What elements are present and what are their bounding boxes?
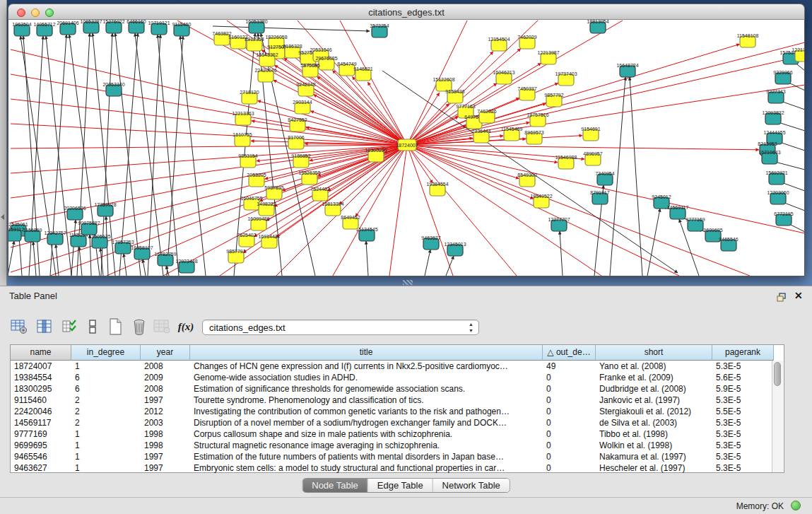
table-cell: 0 [543,428,596,440]
table-row[interactable]: 1938455462009Genome-wide association stu… [11,372,784,383]
table-cell: Nakamura et al. (1997) [596,451,712,462]
table-settings-icon[interactable] [10,317,28,336]
table-cell: 49 [543,361,596,372]
table-cell: Changes of HCN gene expression and I(f) … [190,361,543,372]
table-cell: Genome-wide association studies in ADHD. [190,372,543,383]
network-canvas[interactable]: 1872400719635041405571220691406106532871… [8,20,805,276]
table-cell: 0 [543,417,596,428]
network-edge-red [340,21,407,145]
table-cell: 9777169 [11,428,71,440]
column-header-short[interactable]: short [596,345,712,361]
table-cell: Embryonic stem cells: a model to study s… [190,462,543,474]
table-cell: 2009 [141,372,190,383]
network-node-label: 15276022 [102,20,124,24]
desktop-background: citations_edges.txt 18724007196350414055… [0,0,812,286]
delete-column-icon[interactable] [130,317,148,336]
table-selector-dropdown[interactable]: citations_edges.txt ▲▼ [202,320,479,335]
column-checks-icon[interactable] [61,317,79,336]
network-node-label: 20691406 [57,21,78,25]
column-header-name[interactable]: name [11,345,71,361]
column-header-out_de[interactable]: △ out_de… [543,345,596,361]
create-column-icon[interactable] [106,317,124,336]
network-node-label: 8912354 [245,37,264,42]
table-cell: 2008 [141,383,190,395]
network-edge-black [124,254,126,276]
column-header-title[interactable]: title [190,345,543,361]
network-node-label: 2718120 [240,90,259,95]
tab-network-table[interactable]: Network Table [433,479,510,492]
network-node-label: 817006 [288,135,304,140]
table-cell: Hescheler et al. (1997) [596,462,712,474]
network-node-label: 4896957 [583,151,602,156]
network-node-label: 2903144 [293,100,312,105]
network-node-label: 9186852 [291,153,310,158]
network-node-label: 14055712 [33,22,55,27]
network-edge-black [100,248,103,276]
table-cell: 14569117 [11,417,71,428]
show-columns-icon[interactable] [35,317,54,336]
tab-edge-table[interactable]: Edge Table [368,479,433,492]
table-cell: 0 [543,395,596,406]
table-cell: 1 [71,440,141,451]
table-row[interactable]: 1456911722003Disruption of a novel membe… [11,417,784,428]
network-node-label: 15692931 [765,170,787,175]
table-row[interactable]: 911546021997Tourette syndrome. Phenomeno… [11,395,784,406]
table-row[interactable]: 1872400712008Changes of HCN gene express… [11,361,784,372]
close-panel-icon[interactable]: ✕ [794,290,803,301]
network-node-label: 8186328 [283,44,302,49]
network-node-label: 22420046 [254,68,276,73]
table-cell: 2012 [141,406,190,417]
divider-grip-icon[interactable] [403,280,413,285]
table-scrollbar[interactable] [772,361,783,472]
network-graph[interactable]: 1872400719635041405571220691406106532871… [8,20,804,276]
table-cell: de Silva et al. (2003) [596,417,712,428]
table-row[interactable]: 946554611997Estimation of the future num… [11,451,784,462]
network-edge-red [407,58,794,145]
network-edge-red [407,145,804,233]
network-edge-black [425,250,430,276]
network-node-label: 2053205 [247,173,266,177]
column-header-in_degree[interactable]: in_degree [71,345,141,361]
table-cell: 1998 [141,440,190,451]
network-node-label: 12213987 [537,50,559,55]
window-titlebar[interactable]: citations_edges.txt [8,4,805,20]
network-node-label: 10719121 [148,21,170,25]
float-panel-icon[interactable] [777,292,787,301]
column-header-pagerank[interactable]: pagerank [712,345,774,361]
table-cell: 5.3E-5 [712,417,774,428]
table-cell: Tourette syndrome. Phenomenology and cla… [190,395,543,406]
scrollbar-thumb[interactable] [774,362,781,386]
table-cell: Wolkin et al. (1998) [596,440,712,451]
network-node-label: 6466160 [126,20,146,24]
network-edge-red [317,76,407,145]
table-cell: 1 [71,451,141,462]
status-bar: Memory: OK [0,497,812,514]
table-mode-icon[interactable] [83,317,102,336]
table-row[interactable]: 2242004622012Investigating the contribut… [11,406,784,417]
table-cell: Tibbo et al. (1998) [596,428,712,440]
function-builder-icon[interactable]: f(x) [177,317,195,336]
network-node-label: 5875685 [300,63,319,68]
table-cell: Disruption of a novel member of a sodium… [190,417,543,428]
column-header-year[interactable]: year [141,345,190,361]
table-row[interactable]: 977716911998Corpus callosum shape and si… [11,428,784,440]
table-row[interactable]: 969969511998Structural magnetic resonanc… [11,440,784,451]
tab-node-table[interactable]: Node Table [302,479,368,492]
network-edge-black [148,35,160,276]
network-node-label: 18724007 [396,143,418,148]
table-cell: 9115460 [11,395,71,406]
collapse-arrow-icon[interactable] [1,214,4,220]
network-edge-red [407,145,534,199]
network-node-label: 18757516 [526,112,548,117]
table-cell: 1998 [141,428,190,440]
table-row[interactable]: 1830029562008Estimation of significance … [11,383,784,395]
network-node-label: 8649452 [341,215,360,220]
network-node-label: 1156869 [23,228,42,233]
network-node-label: 9329966 [773,70,792,75]
network-node-label: 12093832 [762,110,784,115]
dropdown-arrows-icon: ▲▼ [469,321,473,334]
network-node-label: 9465546 [719,237,738,242]
network-edge-black [143,259,146,276]
network-node-label: 7625402 [237,233,256,238]
table-row[interactable]: 946362711997Embryonic stem cells: a mode… [11,462,784,474]
